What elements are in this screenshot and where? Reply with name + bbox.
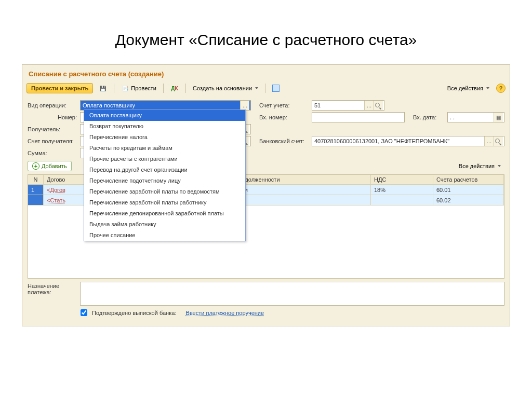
save-button[interactable]: 💾 xyxy=(95,82,111,94)
diskette-icon: 💾 xyxy=(99,84,107,92)
separator xyxy=(265,84,265,93)
dtkt-button[interactable]: ДК xyxy=(167,82,182,94)
col-nds: НДС xyxy=(371,175,433,185)
plus-icon: + xyxy=(32,162,39,170)
separator xyxy=(114,84,114,93)
col-sr: Счета расчетов xyxy=(433,175,504,185)
all-actions-label: Все действия xyxy=(447,85,483,91)
op-type-dropdown[interactable]: Оплата поставщикуВозврат покупателюПереч… xyxy=(84,109,246,241)
col-n: N xyxy=(28,175,44,185)
separator xyxy=(163,84,164,93)
post-button[interactable]: 📑Провести xyxy=(117,82,160,94)
chevron-down-icon xyxy=(255,87,258,89)
based-on-label: Создать на основании xyxy=(193,85,252,91)
op-option[interactable]: Возврат покупателю xyxy=(84,121,245,132)
purpose-label: Назначение платежа: xyxy=(28,282,77,306)
lookup-button[interactable] xyxy=(494,136,503,146)
grid-all-actions-label: Все действия xyxy=(459,163,495,169)
cell-nds[interactable] xyxy=(371,195,433,205)
op-option[interactable]: Расчеты по кредитам и займам xyxy=(84,143,245,154)
confirmed-label: Подтверждено выпиской банка: xyxy=(92,310,176,316)
help-button[interactable]: ? xyxy=(496,84,506,93)
op-option[interactable]: Перечисление налога xyxy=(84,132,245,143)
enter-payment-order-link[interactable]: Ввести платежное поручение xyxy=(186,310,264,316)
slide-title: Документ «Списание с расчетного счета» xyxy=(21,31,511,49)
magnifier-icon xyxy=(375,103,382,108)
op-option[interactable]: Перечисление заработной платы работнику xyxy=(84,197,245,208)
recipient-account-label: Счет получателя: xyxy=(28,138,77,144)
chevron-down-icon xyxy=(498,165,501,167)
recipient-label: Получатель: xyxy=(28,126,77,132)
op-option[interactable]: Перечисление заработной платы по ведомос… xyxy=(84,186,245,197)
add-label: Добавить xyxy=(42,163,67,169)
cell-n xyxy=(28,195,44,205)
form-title: Списание с расчетного счета (создание) xyxy=(22,65,510,81)
bank-account-input[interactable]: 40702810600006132001, ЗАО "НЕФТЕПРОМБАНК… xyxy=(312,136,504,146)
post-and-close-button[interactable]: Провести и закрыть xyxy=(26,83,93,93)
op-option[interactable]: Прочее списание xyxy=(84,230,245,241)
in-date-value: . . xyxy=(450,114,494,120)
confirmed-checkbox[interactable] xyxy=(81,309,87,316)
cell-sr[interactable]: 60.02 xyxy=(433,195,504,205)
op-type-input[interactable]: Оплата поставщику … xyxy=(80,100,251,111)
post-label: Провести xyxy=(131,85,156,91)
purpose-textarea[interactable] xyxy=(80,282,504,306)
account-label: Счет учета: xyxy=(259,102,309,108)
create-based-on-button[interactable]: Создать на основании xyxy=(189,83,262,93)
in-date-label: Вх. дата: xyxy=(413,114,444,120)
op-type-label: Вид операции: xyxy=(28,102,77,108)
app-window: Списание с расчетного счета (создание) П… xyxy=(22,64,510,326)
account-value: 51 xyxy=(314,102,364,108)
op-option[interactable]: Выдача займа работнику xyxy=(84,219,245,230)
op-option[interactable]: Прочие расчеты с контрагентами xyxy=(84,154,245,164)
in-date-input[interactable]: . . ▦ xyxy=(447,112,504,122)
account-input[interactable]: 51 … xyxy=(312,100,384,111)
number-label: Номер: xyxy=(28,114,77,120)
in-number-input[interactable] xyxy=(312,112,405,122)
chevron-down-icon xyxy=(486,87,489,89)
op-type-value: Оплата поставщику xyxy=(83,102,240,108)
toolbar: Провести и закрыть 💾 📑Провести ДК Создат… xyxy=(22,81,510,98)
cell-sr[interactable]: 60.01 xyxy=(433,185,504,195)
op-option[interactable]: Перечисление подотчетному лицу xyxy=(84,175,245,186)
op-option[interactable]: Оплата поставщику xyxy=(84,110,245,121)
op-option[interactable]: Перечисление депонированной заработной п… xyxy=(84,208,245,219)
cell-n: 1 xyxy=(28,185,44,195)
cell-nds[interactable]: 18% xyxy=(371,185,433,195)
bank-account-label: Банковский счет: xyxy=(259,138,309,144)
magnifier-icon xyxy=(495,139,502,144)
sum-label: Сумма: xyxy=(28,150,77,156)
sheet-button[interactable] xyxy=(269,83,283,94)
all-actions-button[interactable]: Все действия xyxy=(444,83,493,93)
calendar-button[interactable]: ▦ xyxy=(494,113,503,122)
dtkt-icon: ДК xyxy=(170,84,179,92)
in-number-label: Вх. номер: xyxy=(259,114,309,120)
op-option[interactable]: Перевод на другой счет организации xyxy=(84,164,245,175)
separator xyxy=(185,84,186,93)
lookup-button[interactable] xyxy=(374,101,383,110)
select-button[interactable]: … xyxy=(484,136,494,146)
select-button[interactable]: … xyxy=(240,101,249,110)
sheet-icon xyxy=(272,85,280,92)
select-button[interactable]: … xyxy=(364,101,374,110)
post-icon: 📑 xyxy=(121,84,129,92)
add-button[interactable]: + Добавить xyxy=(28,161,72,171)
grid-all-actions-button[interactable]: Все действия xyxy=(455,161,504,171)
bank-account-value: 40702810600006132001, ЗАО "НЕФТЕПРОМБАНК… xyxy=(314,138,484,144)
